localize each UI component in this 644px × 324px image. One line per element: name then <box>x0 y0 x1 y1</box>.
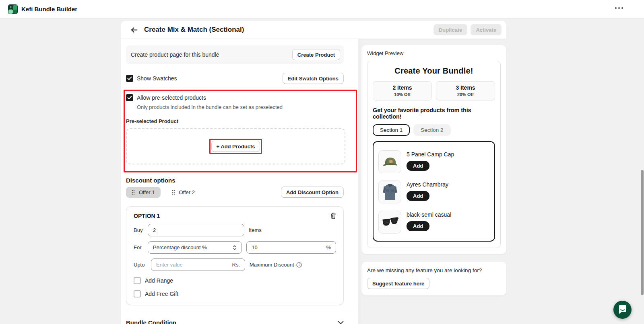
add-product-button[interactable]: Add <box>407 221 429 231</box>
suggest-feature-button[interactable]: Suggest feature here <box>367 278 429 289</box>
product-row-camp-cap: 5 Panel Camp Cap Add <box>378 150 489 173</box>
preselected-helper-text: Only products included in the bundle can… <box>137 104 345 110</box>
upto-label: Upto <box>134 262 147 268</box>
option-1-card: OPTION 1 Buy Items For Percentage discou… <box>126 206 344 305</box>
chevron-down-icon <box>338 321 344 324</box>
product-list-box: 5 Panel Camp Cap Add <box>373 141 495 242</box>
add-range-label: Add Range <box>145 277 173 284</box>
select-updown-icon <box>233 245 237 250</box>
top-bar: Kefi Bundle Builder <box>0 0 644 18</box>
widget-preview-label: Widget Preview <box>367 50 501 56</box>
tier-buttons-row: 2 Items 10% Off 3 Items 20% Off <box>373 81 495 100</box>
show-swatches-label: Show Swatches <box>137 75 177 82</box>
preselected-products-highlight: Allow pre-selected products Only product… <box>124 90 357 172</box>
add-free-gift-label: Add Free Gift <box>145 291 178 297</box>
product-row-chambray: Ayres Chambray Add <box>378 180 489 203</box>
buy-label: Buy <box>134 227 144 233</box>
right-column: Widget Preview Create Your Bundle! 2 Ite… <box>361 45 506 295</box>
currency-suffix: Rs. <box>232 262 240 268</box>
option-1-title: OPTION 1 <box>134 213 160 219</box>
shirt-product-image <box>378 180 401 203</box>
add-product-button[interactable]: Add <box>407 191 429 201</box>
drag-handle-icon <box>132 190 135 195</box>
tab-offer-2-label: Offer 2 <box>179 189 195 195</box>
discount-type-select[interactable]: Percentage discount % <box>148 241 242 254</box>
sunglasses-product-image <box>378 211 401 234</box>
buy-quantity-input[interactable] <box>153 227 239 233</box>
preselected-product-dropzone: + Add Products <box>126 128 345 164</box>
collection-heading: Get your favorite products from this col… <box>373 107 495 120</box>
discount-options-heading: Discount options <box>126 177 344 184</box>
info-icon[interactable] <box>296 262 302 268</box>
activate-button[interactable]: Activate <box>471 24 502 35</box>
offer-tabs-row: Offer 1 Offer 2 Add Discount Option <box>126 187 344 198</box>
buy-quantity-field <box>148 224 244 236</box>
feature-suggestion-card: Are we missing any feature you are looki… <box>361 262 506 295</box>
add-free-gift-checkbox[interactable] <box>134 290 141 297</box>
drag-handle-icon <box>172 190 175 195</box>
tier-2-items-button[interactable]: 2 Items 10% Off <box>373 81 432 100</box>
discount-value-field: % <box>246 241 336 254</box>
max-discount-field: Rs. <box>151 258 245 271</box>
bundle-form-panel: Create product page for this bundle Crea… <box>121 39 358 324</box>
overflow-menu-button[interactable] <box>615 7 623 9</box>
add-product-button[interactable]: Add <box>407 161 429 171</box>
tab-offer-1[interactable]: Offer 1 <box>126 187 161 198</box>
app-logo-icon <box>8 4 18 14</box>
percent-suffix: % <box>326 244 331 250</box>
product-row-sunglasses: black-semi casual Add <box>378 211 489 234</box>
feature-question: Are we missing any feature you are looki… <box>367 267 501 273</box>
allow-preselected-checkbox[interactable] <box>126 94 133 101</box>
max-discount-input[interactable] <box>156 262 229 268</box>
for-label: For <box>134 244 144 250</box>
page-header: Create Mix & Match (Sectional) Duplicate… <box>121 21 506 39</box>
app-title: Kefi Bundle Builder <box>21 6 77 12</box>
tab-offer-1-label: Offer 1 <box>139 189 155 195</box>
chat-launcher-button[interactable] <box>613 301 632 319</box>
create-product-button[interactable]: Create Product <box>292 49 340 60</box>
add-range-checkbox[interactable] <box>134 277 141 284</box>
tab-section-2[interactable]: Section 2 <box>413 124 450 136</box>
widget-preview-box: Create Your Bundle! 2 Items 10% Off 3 It… <box>367 61 501 248</box>
bundle-condition-toggle[interactable]: Bundle Condition <box>126 319 344 324</box>
bundle-widget-title: Create Your Bundle! <box>373 66 495 76</box>
show-swatches-row: Show Swatches Edit Swatch Options <box>126 73 344 84</box>
banner-text: Create product page for this bundle <box>131 51 219 58</box>
items-suffix-label: Items <box>249 227 262 233</box>
duplicate-button[interactable]: Duplicate <box>433 24 468 35</box>
tier-3-items-button[interactable]: 3 Items 20% Off <box>436 81 495 100</box>
preselected-product-label: Pre-selected Product <box>126 118 345 124</box>
section-divider <box>126 311 353 311</box>
add-discount-option-button[interactable]: Add Discount Option <box>281 187 344 198</box>
bundle-condition-title: Bundle Condition <box>126 319 176 324</box>
chat-icon <box>618 305 627 314</box>
back-arrow-icon[interactable] <box>130 25 138 34</box>
edit-swatch-options-button[interactable]: Edit Swatch Options <box>283 73 344 84</box>
delete-option-icon[interactable] <box>330 213 336 219</box>
section-tabs: Section 1 Section 2 <box>373 124 495 136</box>
maximum-discount-label: Maximum Discount <box>250 262 302 268</box>
allow-preselected-label: Allow pre-selected products <box>137 94 206 101</box>
tab-offer-2[interactable]: Offer 2 <box>166 187 201 198</box>
show-swatches-checkbox[interactable] <box>126 75 133 82</box>
add-products-highlight: + Add Products <box>209 139 262 154</box>
vertical-scrollbar[interactable] <box>641 170 644 295</box>
tab-section-1[interactable]: Section 1 <box>373 124 410 136</box>
create-product-banner: Create product page for this bundle Crea… <box>126 45 344 64</box>
cap-product-image <box>378 150 401 173</box>
page-title: Create Mix & Match (Sectional) <box>144 26 244 34</box>
discount-value-input[interactable] <box>252 244 323 250</box>
discount-type-value: Percentage discount % <box>153 244 207 250</box>
widget-preview-card: Widget Preview Create Your Bundle! 2 Ite… <box>361 45 506 254</box>
add-products-button[interactable]: + Add Products <box>211 141 260 152</box>
